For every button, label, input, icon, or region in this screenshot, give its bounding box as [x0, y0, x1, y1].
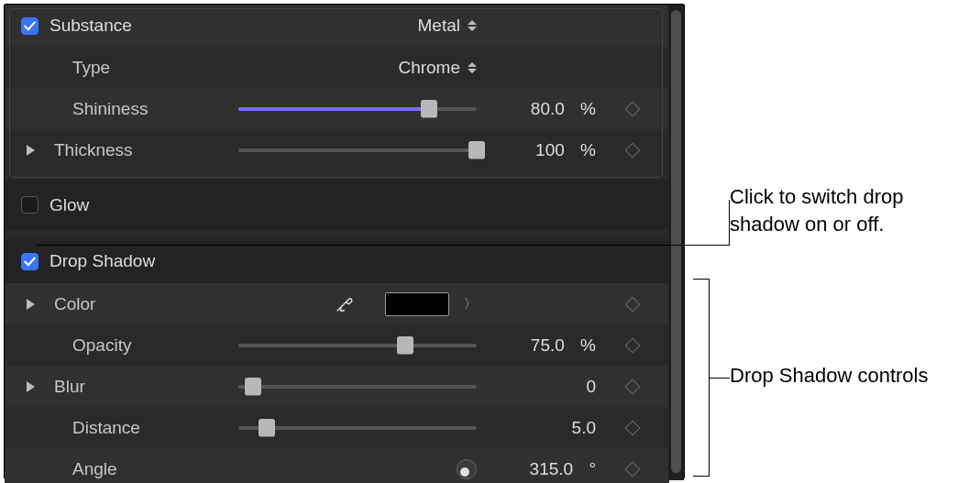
substance-label: Substance — [50, 16, 132, 36]
drop-shadow-section: Drop Shadow — [5, 239, 669, 283]
keyframe-icon[interactable] — [625, 296, 641, 312]
drop-shadow-checkbox[interactable] — [21, 253, 39, 270]
substance-checkbox[interactable] — [21, 17, 39, 35]
keyframe-icon[interactable] — [625, 379, 641, 394]
type-popup[interactable]: Chrome — [238, 58, 495, 78]
distance-label: Distance — [72, 418, 140, 438]
popup-arrows-icon — [468, 20, 477, 31]
thickness-disclosure[interactable] — [21, 140, 39, 160]
blur-label: Blur — [54, 377, 85, 397]
angle-dial[interactable] — [457, 459, 477, 479]
color-control: 〉 — [238, 292, 495, 316]
callout-leader-line — [36, 245, 730, 246]
thickness-slider[interactable] — [238, 148, 495, 152]
shininess-label: Shininess — [72, 99, 148, 119]
angle-row: Angle 315.0 ° — [5, 448, 669, 483]
thickness-row: Thickness 100 % — [5, 129, 669, 170]
chevron-down-icon[interactable]: 〉 — [464, 296, 477, 313]
vertical-scrollbar[interactable] — [668, 5, 684, 480]
opacity-label: Opacity — [72, 335, 131, 356]
opacity-value-field[interactable]: 75.0 % — [495, 335, 596, 356]
callout-text: Click to switch dropshadow on or off. — [730, 183, 959, 237]
glow-section: Glow — [5, 180, 669, 230]
eyedropper-icon[interactable] — [334, 294, 354, 314]
keyframe-icon[interactable] — [625, 461, 641, 477]
type-value: Chrome — [398, 58, 460, 78]
shininess-row: Shininess 80.0 % — [5, 88, 669, 129]
color-row: Color 〉 — [5, 283, 669, 324]
glow-checkbox[interactable] — [21, 196, 39, 214]
distance-slider[interactable] — [238, 426, 495, 430]
substance-value: Metal — [418, 16, 460, 36]
keyframe-icon[interactable] — [625, 142, 641, 158]
blur-value-field[interactable]: 0 — [495, 377, 596, 397]
angle-value-field[interactable]: 315.0 ° — [495, 459, 596, 479]
type-label: Type — [72, 58, 110, 78]
opacity-row: Opacity 75.0 % — [5, 324, 669, 366]
blur-slider[interactable] — [238, 385, 495, 389]
angle-label: Angle — [72, 459, 117, 479]
callout-bracket — [693, 279, 710, 477]
substance-popup[interactable]: Metal — [238, 16, 495, 36]
distance-row: Distance 5.0 — [5, 407, 669, 448]
keyframe-icon[interactable] — [625, 420, 641, 435]
substance-row: Substance Metal — [5, 5, 669, 47]
blur-disclosure[interactable] — [21, 377, 39, 397]
color-label: Color — [54, 294, 95, 314]
scroll-thumb[interactable] — [671, 10, 681, 473]
keyframe-icon[interactable] — [625, 337, 641, 353]
opacity-slider[interactable] — [238, 344, 495, 347]
inspector-panel: Substance Metal Type Chrome Shininess — [4, 4, 685, 479]
distance-value-field[interactable]: 5.0 — [495, 418, 596, 438]
glow-label: Glow — [50, 195, 89, 215]
drop-shadow-label: Drop Shadow — [50, 251, 155, 271]
color-swatch[interactable] — [385, 292, 449, 316]
shininess-slider[interactable] — [238, 107, 495, 111]
type-row: Type Chrome — [5, 47, 669, 88]
shininess-value-field[interactable]: 80.0 % — [495, 99, 596, 119]
thickness-value-field[interactable]: 100 % — [495, 140, 596, 160]
callout-text: Drop Shadow controls — [730, 362, 968, 390]
thickness-label: Thickness — [54, 140, 133, 160]
blur-row: Blur 0 — [5, 366, 669, 407]
inspector-panel-inner: Substance Metal Type Chrome Shininess — [5, 5, 669, 480]
color-disclosure[interactable] — [21, 294, 39, 314]
keyframe-icon[interactable] — [625, 101, 641, 116]
popup-arrows-icon — [468, 62, 477, 73]
callout-leader-line — [710, 378, 730, 379]
